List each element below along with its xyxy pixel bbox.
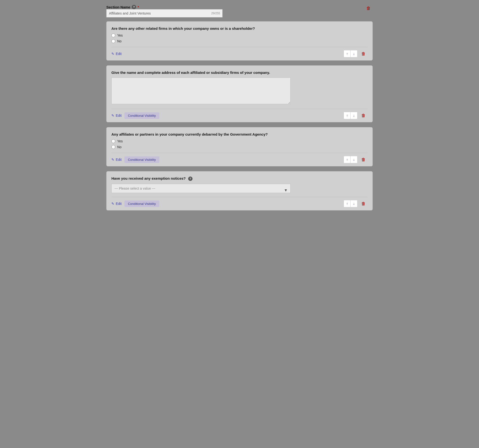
arrow-pair-3: ↑ ↓ bbox=[344, 156, 357, 163]
edit-button-1[interactable]: ✎ Edit bbox=[111, 52, 122, 56]
edit-button-3[interactable]: ✎ Edit bbox=[111, 158, 122, 162]
select-wrapper-4: --- Please select a value --- ▼ bbox=[111, 184, 291, 197]
arrow-up-button-4[interactable]: ↑ bbox=[344, 200, 351, 207]
footer-left-4: ✎ Edit Conditional Visibility bbox=[111, 201, 159, 207]
radio-option-yes-1[interactable]: Yes bbox=[111, 33, 368, 37]
arrow-pair-1: ↑ ↓ bbox=[344, 50, 357, 57]
footer-left-1: ✎ Edit bbox=[111, 52, 122, 56]
section-name-label: Section Name ? * bbox=[106, 5, 223, 9]
section-name-help-icon[interactable]: ? bbox=[132, 5, 136, 9]
footer-right-3: ↑ ↓ 🗑 bbox=[344, 156, 368, 163]
footer-left-2: ✎ Edit Conditional Visibility bbox=[111, 112, 159, 119]
radio-option-no-3[interactable]: No bbox=[111, 145, 368, 149]
section-name-text: Section Name bbox=[106, 5, 130, 9]
section-name-input-wrapper: 29/255 bbox=[106, 9, 223, 17]
question-card-3: Any affiliates or partners in your compa… bbox=[106, 127, 373, 166]
radio-yes-1[interactable] bbox=[111, 33, 115, 37]
required-star: * bbox=[138, 5, 139, 9]
section-header: Section Name ? * 29/255 🗑 bbox=[106, 5, 373, 17]
card-footer-1: ✎ Edit ↑ ↓ 🗑 bbox=[111, 47, 368, 60]
arrow-down-button-1[interactable]: ↓ bbox=[351, 50, 357, 57]
card-footer-3: ✎ Edit Conditional Visibility ↑ ↓ 🗑 bbox=[111, 153, 368, 166]
footer-right-1: ↑ ↓ 🗑 bbox=[344, 50, 368, 57]
textarea-field-2[interactable] bbox=[111, 77, 291, 104]
radio-yes-label-3: Yes bbox=[117, 139, 123, 143]
select-field-4[interactable]: --- Please select a value --- bbox=[111, 184, 291, 193]
radio-no-label-1: No bbox=[117, 39, 122, 43]
conditional-visibility-button-3[interactable]: Conditional Visibility bbox=[124, 156, 159, 163]
question-card-4: Have you received any exemption notices?… bbox=[106, 171, 373, 210]
delete-question-button-4[interactable]: 🗑 bbox=[359, 200, 368, 207]
question-card-1: Are there any other related firms in whi… bbox=[106, 21, 373, 61]
radio-option-no-1[interactable]: No bbox=[111, 39, 368, 43]
question-card-2: Give the name and complete address of ea… bbox=[106, 65, 373, 122]
edit-label-3: Edit bbox=[116, 158, 122, 162]
section-name-input[interactable] bbox=[106, 9, 223, 17]
radio-yes-label-1: Yes bbox=[117, 33, 123, 37]
delete-question-button-2[interactable]: 🗑 bbox=[359, 112, 368, 119]
main-container: Section Name ? * 29/255 🗑 Are there any … bbox=[106, 5, 373, 210]
delete-question-button-3[interactable]: 🗑 bbox=[359, 156, 368, 163]
conditional-visibility-button-2[interactable]: Conditional Visibility bbox=[124, 112, 159, 119]
arrow-up-button-3[interactable]: ↑ bbox=[344, 156, 351, 163]
delete-section-button[interactable]: 🗑 bbox=[364, 5, 373, 12]
question-text-2: Give the name and complete address of ea… bbox=[111, 70, 368, 75]
arrow-down-button-4[interactable]: ↓ bbox=[351, 200, 357, 207]
radio-yes-3[interactable] bbox=[111, 139, 115, 143]
edit-icon-1: ✎ bbox=[111, 52, 114, 56]
footer-right-4: ↑ ↓ 🗑 bbox=[344, 200, 368, 207]
char-count: 29/255 bbox=[211, 12, 220, 15]
footer-right-2: ↑ ↓ 🗑 bbox=[344, 112, 368, 119]
arrow-up-button-1[interactable]: ↑ bbox=[344, 50, 351, 57]
edit-button-4[interactable]: ✎ Edit bbox=[111, 202, 122, 206]
question-text-3: Any affiliates or partners in your compa… bbox=[111, 132, 368, 136]
edit-label-2: Edit bbox=[116, 114, 122, 117]
edit-icon-4: ✎ bbox=[111, 202, 114, 206]
arrow-down-button-3[interactable]: ↓ bbox=[351, 156, 357, 163]
radio-group-3: Yes No bbox=[111, 139, 368, 149]
question-text-content-4: Have you received any exemption notices? bbox=[111, 176, 186, 180]
arrow-pair-4: ↑ ↓ bbox=[344, 200, 357, 207]
card-footer-4: ✎ Edit Conditional Visibility ↑ ↓ 🗑 bbox=[111, 197, 368, 210]
edit-icon-3: ✎ bbox=[111, 158, 114, 162]
radio-no-1[interactable] bbox=[111, 39, 115, 43]
edit-icon-2: ✎ bbox=[111, 114, 114, 117]
section-name-area: Section Name ? * 29/255 bbox=[106, 5, 223, 17]
edit-label-1: Edit bbox=[116, 52, 122, 56]
question-text-4: Have you received any exemption notices?… bbox=[111, 176, 368, 181]
radio-option-yes-3[interactable]: Yes bbox=[111, 139, 368, 143]
conditional-visibility-button-4[interactable]: Conditional Visibility bbox=[124, 201, 159, 207]
edit-label-4: Edit bbox=[116, 202, 122, 206]
arrow-up-button-2[interactable]: ↑ bbox=[344, 112, 351, 119]
question-help-icon-4[interactable]: ? bbox=[188, 177, 193, 181]
radio-no-label-3: No bbox=[117, 145, 122, 149]
footer-left-3: ✎ Edit Conditional Visibility bbox=[111, 156, 159, 163]
delete-question-button-1[interactable]: 🗑 bbox=[359, 50, 368, 57]
radio-group-1: Yes No bbox=[111, 33, 368, 43]
card-footer-2: ✎ Edit Conditional Visibility ↑ ↓ 🗑 bbox=[111, 109, 368, 122]
question-text-1: Are there any other related firms in whi… bbox=[111, 26, 368, 31]
arrow-pair-2: ↑ ↓ bbox=[344, 112, 357, 119]
radio-no-3[interactable] bbox=[111, 145, 115, 149]
arrow-down-button-2[interactable]: ↓ bbox=[351, 112, 357, 119]
edit-button-2[interactable]: ✎ Edit bbox=[111, 114, 122, 117]
